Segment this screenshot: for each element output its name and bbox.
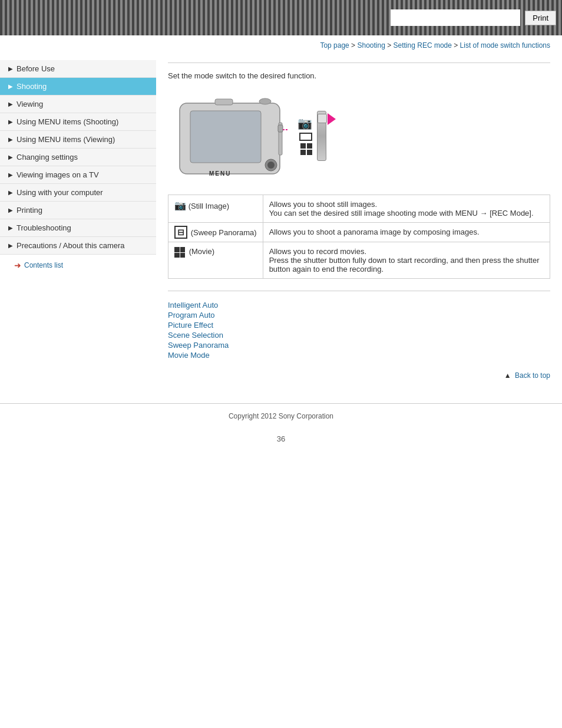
sidebar-item-troubleshooting[interactable]: ▶ Troubleshooting bbox=[0, 219, 156, 237]
arrow-icon: ▶ bbox=[8, 118, 13, 125]
mode-table: 📷 (Still Image) Allows you to shoot stil… bbox=[168, 195, 550, 279]
related-links: Intelligent Auto Program Auto Picture Ef… bbox=[168, 301, 550, 360]
panorama-label: (Sweep Panorama) bbox=[191, 228, 257, 237]
sidebar-item-shooting[interactable]: ▶ Shooting bbox=[0, 78, 156, 95]
sidebar-item-using-computer[interactable]: ▶ Using with your computer bbox=[0, 184, 156, 202]
still-icon: 📷 bbox=[297, 116, 312, 130]
copyright-text: Copyright 2012 Sony Corporation bbox=[229, 412, 333, 420]
link-picture-effect[interactable]: Picture Effect bbox=[168, 321, 550, 330]
mode-icons-list: 📷 bbox=[297, 116, 312, 155]
arrow-icon: ▶ bbox=[8, 207, 13, 213]
movie-icon bbox=[300, 143, 312, 155]
sidebar-item-label: Using MENU items (Viewing) bbox=[16, 135, 115, 144]
link-sweep-panorama[interactable]: Sweep Panorama bbox=[168, 341, 550, 350]
sidebar-item-menu-viewing[interactable]: ▶ Using MENU items (Viewing) bbox=[0, 131, 156, 149]
search-input[interactable] bbox=[391, 9, 520, 26]
arrow-icon: ▶ bbox=[8, 225, 13, 231]
sidebar-item-label: Using with your computer bbox=[16, 188, 103, 197]
arrow-icon: ▶ bbox=[8, 172, 13, 178]
print-button[interactable]: Print bbox=[525, 11, 556, 25]
camera-svg: MENU bbox=[174, 88, 292, 183]
arrow-icon: ▶ bbox=[8, 242, 13, 249]
mode-switch-area: 📷 bbox=[297, 111, 326, 161]
arrow-right-icon: ➜ bbox=[14, 261, 21, 270]
table-row: ⊟ (Sweep Panorama) Allows you to shoot a… bbox=[168, 223, 550, 242]
link-program-auto[interactable]: Program Auto bbox=[168, 311, 550, 319]
table-cell-desc: Allows you to shoot still images. You ca… bbox=[263, 195, 550, 223]
page-number: 36 bbox=[0, 434, 562, 443]
sidebar-item-menu-shooting[interactable]: ▶ Using MENU items (Shooting) bbox=[0, 113, 156, 131]
footer: Copyright 2012 Sony Corporation bbox=[0, 403, 562, 429]
header: Print bbox=[0, 0, 562, 35]
triangle-up-icon: ▲ bbox=[504, 371, 511, 380]
table-cell-desc: Allows you to shoot a panorama image by … bbox=[263, 223, 550, 242]
svg-rect-9 bbox=[278, 125, 283, 132]
arrow-icon: ▶ bbox=[8, 65, 13, 72]
breadcrumb-setting-rec[interactable]: Setting REC mode bbox=[394, 41, 452, 50]
breadcrumb: Top page > Shooting > Setting REC mode >… bbox=[0, 35, 562, 54]
svg-point-5 bbox=[267, 162, 275, 169]
section-divider-top bbox=[168, 62, 550, 63]
arrow-icon: ▶ bbox=[8, 83, 13, 90]
content-area: Set the mode switch to the desired funct… bbox=[156, 54, 562, 391]
svg-text:MENU: MENU bbox=[209, 170, 231, 177]
panorama-icon: ⊟ bbox=[174, 226, 187, 239]
sidebar-item-label: Shooting bbox=[16, 82, 47, 91]
sidebar-item-viewing-tv[interactable]: ▶ Viewing images on a TV bbox=[0, 166, 156, 184]
panorama-icon bbox=[299, 133, 312, 141]
still-image-icon: 📷 bbox=[174, 200, 186, 210]
sidebar-item-changing-settings[interactable]: ▶ Changing settings bbox=[0, 149, 156, 166]
table-cell-icon: ⊟ (Sweep Panorama) bbox=[168, 223, 263, 242]
breadcrumb-list-mode[interactable]: List of mode switch functions bbox=[460, 41, 550, 50]
contents-list-link[interactable]: ➜ Contents list bbox=[0, 255, 156, 276]
back-to-top-link[interactable]: ▲ Back to top bbox=[504, 371, 550, 380]
arrow-icon: ▶ bbox=[8, 101, 13, 107]
sidebar-item-viewing[interactable]: ▶ Viewing bbox=[0, 95, 156, 113]
sidebar-item-label: Before Use bbox=[16, 64, 55, 73]
contents-list-label: Contents list bbox=[24, 261, 63, 269]
sidebar-item-label: Troubleshooting bbox=[16, 223, 71, 232]
link-scene-selection[interactable]: Scene Selection bbox=[168, 331, 550, 340]
sidebar-item-printing[interactable]: ▶ Printing bbox=[0, 202, 156, 219]
sidebar-item-label: Printing bbox=[16, 206, 42, 215]
svg-rect-1 bbox=[190, 111, 261, 163]
table-row: (Movie) Allows you to record movies. Pre… bbox=[168, 242, 550, 279]
svg-point-7 bbox=[259, 98, 271, 104]
switch-bar bbox=[317, 111, 326, 161]
intro-text: Set the mode switch to the desired funct… bbox=[168, 71, 550, 80]
table-row: 📷 (Still Image) Allows you to shoot stil… bbox=[168, 195, 550, 223]
movie-label: (Movie) bbox=[189, 247, 214, 256]
link-intelligent-auto[interactable]: Intelligent Auto bbox=[168, 301, 550, 309]
arrow-icon: ▶ bbox=[8, 154, 13, 160]
sidebar-item-label: Changing settings bbox=[16, 153, 78, 162]
table-cell-desc: Allows you to record movies. Press the s… bbox=[263, 242, 550, 279]
back-to-top-area: ▲ Back to top bbox=[168, 371, 550, 380]
sidebar-item-label: Viewing images on a TV bbox=[16, 170, 99, 179]
still-image-label: (Still Image) bbox=[189, 202, 229, 210]
breadcrumb-top-page[interactable]: Top page bbox=[320, 41, 349, 50]
sidebar-item-precautions[interactable]: ▶ Precautions / About this camera bbox=[0, 237, 156, 255]
movie-icon bbox=[174, 247, 185, 258]
switch-container bbox=[317, 111, 326, 161]
sidebar: ▶ Before Use ▶ Shooting ▶ Viewing ▶ Usin… bbox=[0, 54, 156, 391]
back-to-top-label: Back to top bbox=[515, 371, 550, 380]
main-layout: ▶ Before Use ▶ Shooting ▶ Viewing ▶ Usin… bbox=[0, 54, 562, 391]
switch-handle bbox=[318, 114, 327, 123]
link-movie-mode[interactable]: Movie Mode bbox=[168, 351, 550, 360]
sidebar-item-label: Using MENU items (Shooting) bbox=[16, 117, 118, 126]
breadcrumb-shooting[interactable]: Shooting bbox=[357, 41, 385, 50]
table-cell-icon: (Movie) bbox=[168, 242, 263, 279]
section-divider-middle bbox=[168, 291, 550, 291]
sidebar-item-before-use[interactable]: ▶ Before Use bbox=[0, 60, 156, 78]
switch-indicator-arrow bbox=[328, 113, 336, 125]
camera-diagram: MENU 📷 bbox=[174, 88, 550, 183]
table-cell-icon: 📷 (Still Image) bbox=[168, 195, 263, 223]
arrow-icon: ▶ bbox=[8, 189, 13, 196]
sidebar-item-label: Viewing bbox=[16, 100, 43, 108]
svg-rect-2 bbox=[215, 99, 233, 105]
sidebar-item-label: Precautions / About this camera bbox=[16, 241, 125, 250]
arrow-icon: ▶ bbox=[8, 136, 13, 143]
